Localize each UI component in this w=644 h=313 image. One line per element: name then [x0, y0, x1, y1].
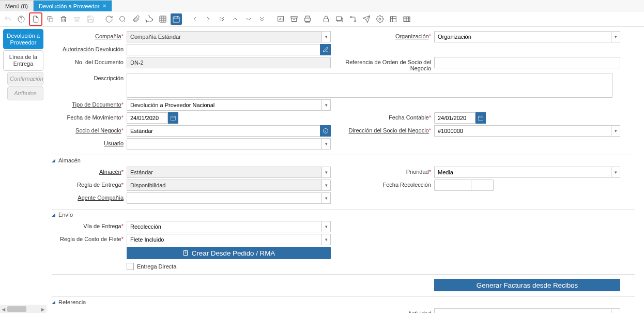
reglaentrega-field[interactable] [127, 180, 321, 191]
chevron-down-icon[interactable]: ▾ [611, 167, 620, 178]
sidebar-item-devolucion[interactable]: Devolución a Proveedor [3, 29, 43, 49]
sidebar-item-atributos[interactable]: Atributos [7, 86, 43, 100]
socionegocio-field[interactable] [127, 125, 320, 137]
label-tipodoc: Tipo de Documento* [52, 99, 127, 108]
label-autorizacion: Autorización Devolución [52, 44, 127, 52]
chevron-down-icon[interactable]: ▾ [321, 138, 331, 150]
fechamovimiento-field[interactable] [127, 112, 168, 124]
label-descripcion: Descripción [52, 73, 127, 81]
compania-field[interactable] [127, 31, 321, 42]
workflow-icon[interactable] [347, 13, 359, 25]
calendar-icon[interactable] [476, 112, 486, 124]
request-icon[interactable] [361, 13, 372, 25]
autorizacion-field[interactable] [127, 44, 320, 55]
reforden-field[interactable] [434, 57, 620, 68]
svg-rect-15 [479, 116, 483, 121]
zoom-across-icon[interactable] [334, 13, 345, 25]
previous-record-icon[interactable] [229, 13, 241, 25]
checkbox-box[interactable] [127, 263, 134, 270]
viaentrega-field[interactable] [127, 221, 321, 232]
chevron-down-icon[interactable]: ▾ [321, 31, 331, 42]
search-icon[interactable] [117, 13, 128, 25]
scroll-right-icon[interactable]: ► [39, 305, 47, 313]
svg-rect-7 [324, 19, 328, 22]
label-fecharecoleccion: Fecha Recolección [331, 180, 434, 188]
svg-rect-6 [291, 16, 297, 18]
attachment-icon[interactable] [130, 13, 142, 25]
sidebar-item-label: Confirmación [10, 76, 43, 82]
svg-rect-3 [160, 16, 166, 22]
report-icon[interactable] [275, 13, 286, 25]
fecharecoleccion-time-field[interactable] [471, 180, 494, 191]
tab-menu[interactable]: Menú (8) [0, 0, 34, 11]
tipodocumento-field[interactable] [127, 99, 321, 111]
grid-toggle-icon[interactable] [157, 13, 168, 25]
undo-icon [2, 13, 13, 25]
sidebar-scrollbar[interactable]: ◄ ► [0, 305, 47, 313]
refresh-icon[interactable] [103, 13, 115, 25]
chat-icon[interactable] [144, 13, 155, 25]
label-compania: Compañía* [52, 31, 127, 39]
svg-rect-4 [173, 17, 179, 22]
toolbar [0, 11, 644, 27]
svg-point-11 [379, 18, 381, 20]
chevron-down-icon[interactable]: ▾ [611, 31, 620, 42]
entrega-directa-checkbox[interactable]: Entrega Directa [127, 261, 176, 270]
chevron-down-icon[interactable]: ▾ [321, 180, 331, 191]
print-icon[interactable] [302, 13, 313, 25]
delete-icon[interactable] [58, 13, 69, 25]
crear-desde-label: Crear Desde Pedido / RMA [192, 249, 275, 257]
almacen-field[interactable] [127, 167, 321, 178]
crear-desde-button[interactable]: Crear Desde Pedido / RMA [127, 247, 331, 259]
tab-devolucion[interactable]: Devolución a Proveedor ✕ [34, 0, 112, 11]
nodocumento-field[interactable] [127, 57, 331, 68]
label-reglaflete: Regla de Costo de Flete* [52, 234, 127, 242]
fecharecoleccion-date-field[interactable] [434, 180, 471, 191]
archive-icon[interactable] [288, 13, 300, 25]
collapse-icon[interactable]: ◢ [52, 212, 55, 217]
product-info-icon[interactable] [388, 13, 399, 25]
label-nodoc: No. del Documento [52, 57, 127, 65]
actividad-field[interactable] [434, 308, 611, 313]
scroll-left-icon[interactable]: ◄ [0, 305, 7, 313]
chevron-down-icon[interactable]: ▾ [321, 192, 331, 204]
sidebar-item-confirmacion[interactable]: Confirmación [7, 72, 43, 86]
calendar-icon[interactable] [168, 112, 178, 124]
generar-facturas-button[interactable]: Generar Facturas desde Recibos [434, 279, 620, 291]
last-record-icon[interactable] [256, 13, 268, 25]
process-gear-icon[interactable] [374, 13, 386, 25]
lock-icon[interactable] [320, 13, 332, 25]
edit-icon[interactable] [320, 44, 331, 55]
close-icon[interactable]: ✕ [102, 3, 106, 9]
reglacostoflete-field[interactable] [127, 234, 321, 245]
csv-export-icon[interactable] [401, 13, 412, 25]
first-record-icon[interactable] [216, 13, 227, 25]
parent-record-icon[interactable] [189, 13, 201, 25]
chevron-down-icon[interactable]: ▾ [321, 167, 331, 178]
help-icon[interactable] [16, 13, 27, 25]
prioridad-field[interactable] [434, 167, 611, 178]
next-record-icon[interactable] [243, 13, 254, 25]
sidebar-item-linea[interactable]: Línea de la Entrega [3, 50, 43, 70]
chevron-down-icon[interactable]: ▾ [611, 125, 620, 137]
agentecompania-field[interactable] [127, 192, 321, 204]
descripcion-field[interactable] [127, 73, 612, 98]
chevron-down-icon[interactable]: ▾ [321, 221, 331, 232]
chevron-down-icon[interactable]: ▾ [611, 308, 620, 313]
entrega-directa-label: Entrega Directa [137, 263, 176, 270]
info-icon[interactable] [320, 125, 331, 137]
chevron-down-icon[interactable]: ▾ [321, 234, 331, 245]
collapse-icon[interactable]: ◢ [52, 300, 55, 305]
detail-record-icon[interactable] [203, 13, 214, 25]
fechacontable-field[interactable] [434, 112, 476, 124]
history-icon[interactable] [171, 13, 182, 25]
chevron-down-icon[interactable]: ▾ [321, 99, 331, 111]
label-fechacont: Fecha Contable* [331, 112, 434, 121]
copy-record-icon[interactable] [44, 13, 56, 25]
new-record-icon[interactable] [29, 12, 42, 26]
organizacion-field[interactable] [434, 31, 611, 42]
label-socio: Socio del Negocio* [52, 125, 127, 133]
direccionsocio-field[interactable] [434, 125, 611, 137]
usuario-field[interactable] [127, 138, 321, 150]
collapse-icon[interactable]: ◢ [52, 158, 55, 163]
